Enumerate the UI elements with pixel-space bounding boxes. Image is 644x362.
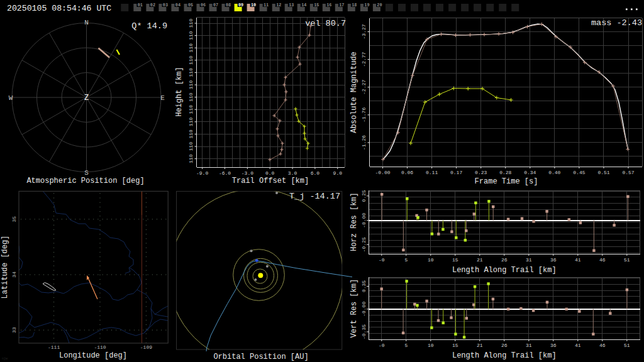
svg-text:6.0: 6.0 xyxy=(311,170,320,176)
svg-text:vel 80.7: vel 80.7 xyxy=(305,19,346,28)
svg-text:0.23: 0.23 xyxy=(475,170,487,175)
svg-text:Orbital Position [AU]: Orbital Position [AU] xyxy=(213,353,308,361)
svg-text:0.11: 0.11 xyxy=(426,170,438,175)
svg-text:36: 36 xyxy=(550,257,557,263)
svg-text:Trail Offset [km]: Trail Offset [km] xyxy=(232,177,309,185)
svg-text:-2.77: -2.77 xyxy=(361,52,367,67)
svg-text:0.35: 0.35 xyxy=(361,280,367,292)
svg-text:31: 31 xyxy=(526,257,532,263)
svg-text:13: 13 xyxy=(289,3,294,8)
svg-text:15: 15 xyxy=(452,343,458,348)
svg-text:110: 110 xyxy=(188,80,194,90)
svg-text:-110: -110 xyxy=(94,344,106,350)
svg-text:18: 18 xyxy=(352,3,357,8)
svg-text:0.06: 0.06 xyxy=(401,170,413,175)
svg-text:-0: -0 xyxy=(379,257,385,263)
svg-text:Horz Res [km]: Horz Res [km] xyxy=(350,192,358,251)
svg-text:110: 110 xyxy=(188,68,194,77)
svg-text:110: 110 xyxy=(188,105,194,114)
svg-text:41: 41 xyxy=(575,343,581,348)
svg-text:Latitude [deg]: Latitude [deg] xyxy=(1,236,9,299)
svg-text:-1.26: -1.26 xyxy=(361,135,367,150)
svg-text:0.25: 0.25 xyxy=(361,190,367,202)
svg-text:110: 110 xyxy=(188,19,194,28)
svg-text:15: 15 xyxy=(452,257,458,263)
svg-text:0.17: 0.17 xyxy=(450,170,462,175)
svg-text:110: 110 xyxy=(188,142,194,151)
svg-text:W: W xyxy=(9,94,13,102)
svg-text:21: 21 xyxy=(477,257,483,263)
svg-text:20250105 08:54:46 UTC: 20250105 08:54:46 UTC xyxy=(7,4,111,13)
svg-text:110: 110 xyxy=(188,31,194,40)
svg-text:110: 110 xyxy=(188,154,194,163)
svg-text:34: 34 xyxy=(11,272,17,278)
svg-text:17: 17 xyxy=(339,3,344,8)
svg-text:05: 05 xyxy=(188,3,193,8)
svg-text:-0.00: -0.00 xyxy=(361,213,367,228)
svg-text:110: 110 xyxy=(188,43,194,53)
svg-text:08: 08 xyxy=(226,3,231,8)
svg-text:21: 21 xyxy=(477,343,483,348)
svg-text:Height [km]: Height [km] xyxy=(175,67,184,116)
svg-text:46: 46 xyxy=(599,343,606,348)
svg-text:njw: njw xyxy=(2,357,8,361)
svg-text:0.0: 0.0 xyxy=(265,170,275,176)
svg-text:Z: Z xyxy=(84,94,89,102)
svg-text:04: 04 xyxy=(175,3,180,8)
svg-text:T_j -14.17: T_j -14.17 xyxy=(289,192,340,201)
svg-text:10: 10 xyxy=(428,343,434,348)
svg-text:5: 5 xyxy=(404,343,408,348)
svg-text:-3.0: -3.0 xyxy=(242,170,253,176)
svg-text:0.51: 0.51 xyxy=(597,170,609,175)
svg-text:5: 5 xyxy=(404,257,408,263)
svg-text:Absolute Magnitude: Absolute Magnitude xyxy=(350,52,358,133)
svg-text:20: 20 xyxy=(377,3,382,8)
svg-text:Length Along Trail [km]: Length Along Trail [km] xyxy=(452,266,557,275)
svg-text:-3.27: -3.27 xyxy=(361,24,367,39)
svg-text:10: 10 xyxy=(251,3,256,8)
svg-text:0.40: 0.40 xyxy=(548,170,560,175)
svg-text:mass -2.43: mass -2.43 xyxy=(591,18,642,28)
svg-text:S: S xyxy=(84,169,89,177)
svg-text:0.45: 0.45 xyxy=(573,170,585,175)
svg-text:3.0: 3.0 xyxy=(288,170,297,176)
svg-text:Atmospheric Position [deg]: Atmospheric Position [deg] xyxy=(26,177,144,185)
svg-text:07: 07 xyxy=(213,3,218,8)
svg-text:110: 110 xyxy=(188,117,194,126)
svg-text:-0.00: -0.00 xyxy=(375,170,390,175)
svg-text:-0.00: -0.00 xyxy=(361,302,367,317)
svg-text:-0.35: -0.35 xyxy=(361,324,367,339)
svg-text:-0.25: -0.25 xyxy=(361,237,367,252)
svg-text:31: 31 xyxy=(526,343,532,348)
svg-text:51: 51 xyxy=(624,343,630,348)
svg-text:0.28: 0.28 xyxy=(499,170,511,175)
svg-text:-0: -0 xyxy=(379,343,385,348)
svg-text:02: 02 xyxy=(150,3,155,8)
svg-text:-2.27: -2.27 xyxy=(361,80,367,95)
svg-text:110: 110 xyxy=(188,55,194,65)
svg-text:36: 36 xyxy=(550,343,557,348)
svg-text:-1.76: -1.76 xyxy=(361,107,367,123)
svg-text:9.0: 9.0 xyxy=(333,170,343,176)
svg-text:16: 16 xyxy=(326,3,331,8)
svg-text:110: 110 xyxy=(188,129,194,139)
svg-text:Longitude [deg]: Longitude [deg] xyxy=(59,351,127,360)
svg-text:33: 33 xyxy=(11,327,17,333)
svg-text:E: E xyxy=(160,94,165,102)
svg-text:Frame Time [s]: Frame Time [s] xyxy=(475,177,538,186)
svg-text:-111: -111 xyxy=(48,344,60,350)
svg-text:110: 110 xyxy=(188,92,194,102)
svg-text:19: 19 xyxy=(364,3,369,8)
svg-text:0.34: 0.34 xyxy=(524,170,536,175)
svg-text:Length Along Trail [km]: Length Along Trail [km] xyxy=(452,351,557,360)
svg-text:03: 03 xyxy=(163,3,168,8)
svg-text:11: 11 xyxy=(264,3,269,8)
svg-text:51: 51 xyxy=(624,257,630,263)
svg-text:Q* 14.9: Q* 14.9 xyxy=(131,21,167,31)
svg-text:Vert Res [km]: Vert Res [km] xyxy=(350,279,358,338)
svg-text:26: 26 xyxy=(501,343,508,348)
svg-text:-9.0: -9.0 xyxy=(196,170,208,176)
svg-text:N: N xyxy=(84,19,89,26)
svg-text:14: 14 xyxy=(301,3,306,8)
svg-text:-109: -109 xyxy=(140,344,152,350)
